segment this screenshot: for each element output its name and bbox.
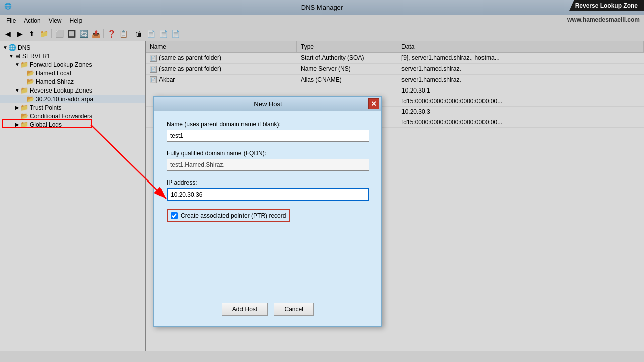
ip-input-wrapper <box>167 188 369 201</box>
add-host-button[interactable]: Add Host <box>222 303 268 316</box>
name-label: Name (uses parent domain name if blank): <box>167 121 369 128</box>
ip-field-group: IP address: <box>167 179 369 201</box>
ptr-checkbox-group: Create associated pointer (PTR) record <box>167 209 369 222</box>
new-host-dialog: New Host ✕ Name (uses parent domain name… <box>153 96 382 327</box>
ptr-checkbox-text: Create associated pointer (PTR) record <box>181 212 286 219</box>
fqdn-field-group: Fully qualified domain name (FQDN): <box>167 150 369 171</box>
watermark-banner: Reverse Lookup Zone <box>569 0 644 11</box>
ip-input[interactable] <box>167 188 369 201</box>
cancel-button[interactable]: Cancel <box>274 303 314 316</box>
fqdn-label: Fully qualified domain name (FQDN): <box>167 150 369 157</box>
name-field-group: Name (uses parent domain name if blank): <box>167 121 369 142</box>
modal-title: New Host <box>254 100 282 108</box>
watermark-url: www.hamedesmaeili.com <box>567 16 640 23</box>
modal-footer: Add Host Cancel <box>154 303 381 316</box>
modal-overlay: New Host ✕ Name (uses parent domain name… <box>0 0 644 362</box>
modal-body: Name (uses parent domain name if blank):… <box>154 111 381 240</box>
name-input[interactable] <box>167 130 369 142</box>
ptr-checkbox-label[interactable]: Create associated pointer (PTR) record <box>167 209 290 222</box>
ip-label: IP address: <box>167 179 369 186</box>
ptr-checkbox[interactable] <box>171 212 178 219</box>
modal-title-bar: New Host ✕ <box>154 97 381 111</box>
fqdn-input[interactable] <box>167 159 369 171</box>
modal-close-button[interactable]: ✕ <box>368 98 379 109</box>
